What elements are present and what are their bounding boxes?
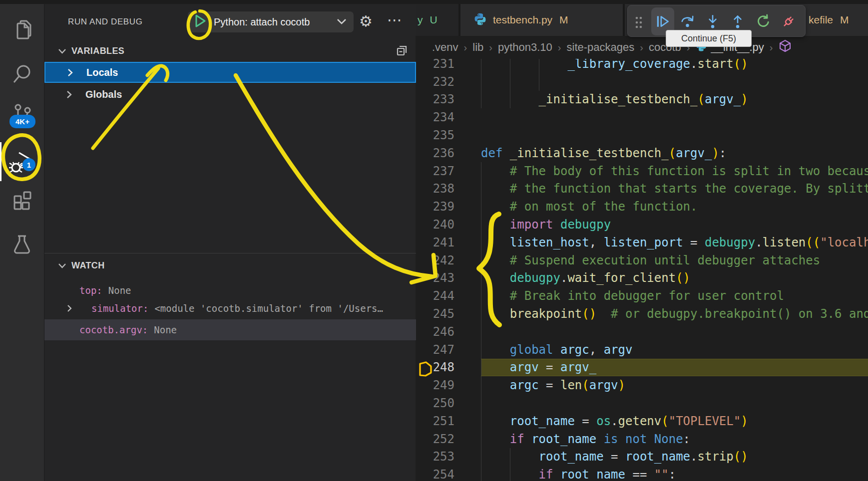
code-line-246[interactable]: 246: [416, 323, 868, 341]
breadcrumb-item[interactable]: lib: [472, 41, 483, 54]
watch-item[interactable]: cocotb.argv:None: [44, 319, 416, 340]
code-line-251[interactable]: 251 root_name = os.getenv("TOPLEVEL"): [416, 412, 868, 430]
collapse-all-icon[interactable]: [395, 43, 409, 59]
glyph-margin: [416, 341, 433, 359]
code-line-241[interactable]: 241 listen_host, listen_port = debugpy.l…: [416, 234, 868, 251]
token: [481, 253, 510, 267]
code-line-237[interactable]: 237 # The body of this function is split…: [416, 162, 868, 180]
continue-icon[interactable]: [655, 14, 670, 31]
tab-partial-py[interactable]: y U: [416, 4, 458, 36]
line-number: 243: [433, 271, 454, 285]
token: ): [712, 146, 719, 160]
sidebar-item-search[interactable]: [0, 55, 44, 93]
code-line-247[interactable]: 247 global argc, argv: [416, 341, 868, 359]
code-lines: 231 _library_coverage.start()232233 _ini…: [416, 55, 868, 481]
breadcrumb-item[interactable]: .venv: [432, 41, 458, 54]
gutter-padding: [454, 430, 481, 448]
glyph-margin: [416, 73, 433, 91]
gutter-padding: [454, 412, 481, 430]
indent-guide: [510, 91, 510, 109]
token: argc: [553, 343, 589, 357]
gear-icon[interactable]: ⚙: [359, 14, 373, 29]
sidebar-item-run-and-debug[interactable]: [0, 143, 44, 181]
watch-item[interactable]: top:None: [44, 281, 416, 299]
variables-row-globals[interactable]: Globals: [44, 84, 416, 105]
line-number: 237: [433, 164, 454, 178]
code-line-254[interactable]: 254 if root_name == "":: [416, 466, 868, 481]
flask-icon: [10, 232, 33, 255]
token: start: [697, 57, 733, 71]
code-line-252[interactable]: 252 if root_name is not None:: [416, 430, 868, 448]
code-line-239[interactable]: 239 # on most of the function.: [416, 198, 868, 216]
code-line-242[interactable]: 242 # Suspend execution until debugger a…: [416, 251, 868, 269]
code-line-249[interactable]: 249 argc = len(argv): [416, 376, 868, 394]
debug-config-dropdown[interactable]: Python: attach cocotb: [188, 11, 354, 32]
step-out-icon[interactable]: [730, 14, 745, 31]
watch-item[interactable]: simulator:<module 'cocotb.simulator' fro…: [44, 299, 416, 317]
token: ==: [625, 468, 654, 481]
code-text: [481, 323, 868, 341]
token: argv_: [560, 360, 596, 374]
code-text: breakpoint() # or debugpy.breakpoint() o…: [481, 305, 868, 323]
step-over-icon[interactable]: [680, 14, 695, 31]
sidebar-item-extensions[interactable]: [0, 182, 44, 220]
variables-header-label: VARIABLES: [71, 46, 124, 56]
token: .: [560, 271, 567, 285]
start-debug-icon[interactable]: [194, 14, 207, 30]
line-number: 246: [433, 325, 454, 339]
sidebar-item-explorer[interactable]: [0, 11, 44, 49]
code-line-234[interactable]: 234: [416, 108, 868, 126]
sidebar-title: RUN AND DEBUG: [68, 17, 143, 27]
watch-section-header[interactable]: WATCH: [44, 258, 416, 272]
indent-guide: [481, 234, 481, 251]
variables-row-locals[interactable]: Locals: [44, 62, 416, 83]
run-and-debug-sidebar: RUN AND DEBUG Python: attach cocotb ⚙ ⋯ …: [44, 4, 416, 481]
line-number: 240: [433, 218, 454, 232]
indent-guide: [481, 305, 481, 323]
token: :: [683, 432, 690, 446]
restart-icon[interactable]: [756, 14, 771, 31]
glyph-margin: [416, 91, 433, 109]
code-line-233[interactable]: 233 _initialise_testbench_(argv_): [416, 91, 868, 109]
token: .: [611, 414, 618, 428]
tab-testbench-py[interactable]: testbench.py M: [460, 4, 623, 36]
code-text: [481, 394, 868, 412]
gutter-padding: [454, 251, 481, 269]
step-into-icon[interactable]: [705, 14, 720, 31]
code-line-238[interactable]: 238 # the function that starts the cover…: [416, 180, 868, 198]
token: root_name: [539, 450, 604, 464]
code-line-244[interactable]: 244 # Break into debugger for user contr…: [416, 287, 868, 305]
breadcrumb-item[interactable]: python3.10: [498, 41, 552, 54]
breadcrumb-item[interactable]: site-packages: [567, 41, 635, 54]
code-line-250[interactable]: 250: [416, 394, 868, 412]
more-actions-icon[interactable]: ⋯: [387, 11, 403, 28]
sidebar-item-testing[interactable]: [0, 225, 44, 262]
gutter-padding: [454, 394, 481, 412]
code-line-236[interactable]: 236def _initialise_testbench_(argv_):: [416, 144, 868, 162]
gripper-icon[interactable]: [635, 16, 643, 30]
breadcrumb: .venv›lib›python3.10›site-packages›cocot…: [416, 36, 868, 59]
code-line-245[interactable]: 245 breakpoint() # or debugpy.breakpoint…: [416, 305, 868, 323]
breadcrumb-item[interactable]: [779, 39, 795, 55]
token: # Break into debugger for user control: [510, 289, 784, 303]
indent-guide: [539, 73, 539, 91]
gutter-padding: [454, 162, 481, 180]
code-line-240[interactable]: 240 import debugpy: [416, 216, 868, 234]
editor-area: 231 _library_coverage.start()232233 _ini…: [416, 4, 868, 481]
code-line-253[interactable]: 253 root_name = root_name.strip(): [416, 448, 868, 466]
token: ): [741, 414, 748, 428]
token: =: [604, 450, 625, 464]
code-text: # on most of the function.: [481, 198, 868, 216]
variables-section-header[interactable]: VARIABLES: [44, 44, 416, 58]
code-line-232[interactable]: 232: [416, 73, 868, 91]
chevron-right-icon: [66, 90, 72, 99]
glyph-margin: [416, 269, 433, 287]
token: [481, 236, 510, 249]
code-line-235[interactable]: 235: [416, 126, 868, 144]
code-line-248[interactable]: 248 argv = argv_: [416, 359, 868, 377]
code-line-243[interactable]: 243 debugpy.wait_for_client(): [416, 269, 868, 287]
code-text: debugpy.wait_for_client(): [481, 269, 868, 287]
indent-guide: [481, 448, 481, 466]
indent-guide: [481, 180, 481, 198]
disconnect-icon[interactable]: [781, 14, 796, 31]
